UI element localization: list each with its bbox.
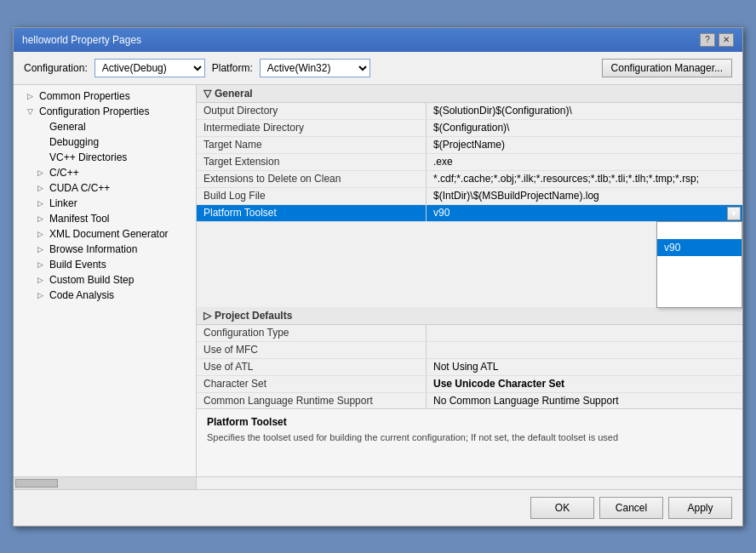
- sidebar-item-label: CUDA C/C++: [49, 182, 110, 194]
- sidebar-item-label: C/C++: [49, 167, 79, 179]
- cancel-button[interactable]: Cancel: [599, 497, 663, 519]
- dialog-title: helloworld Property Pages: [22, 34, 141, 46]
- prop-name: Target Extension: [197, 154, 427, 170]
- expand-arrow: ▽: [27, 107, 39, 116]
- platform-toolset-dropdown: v100 v90 <inherit from parent or project…: [656, 221, 742, 308]
- help-button[interactable]: ?: [700, 33, 715, 47]
- sidebar-item-general[interactable]: General: [14, 119, 196, 134]
- prop-value: .exe: [427, 154, 742, 170]
- title-bar-controls: ? ✕: [700, 33, 734, 47]
- prop-row-use-mfc: Use of MFC: [197, 342, 742, 359]
- prop-row-target-extension: Target Extension .exe: [197, 154, 742, 171]
- expand-arrow: ▷: [37, 245, 49, 254]
- prop-name: Use of MFC: [197, 342, 427, 358]
- property-pages-dialog: helloworld Property Pages ? ✕ Configurat…: [13, 27, 743, 527]
- sidebar-item-code-analysis[interactable]: ▷ Code Analysis: [14, 288, 196, 303]
- title-bar: helloworld Property Pages ? ✕: [14, 28, 742, 52]
- section-title: Project Defaults: [215, 310, 292, 322]
- prop-value: $(SolutionDir)$(Configuration)\: [427, 103, 742, 119]
- prop-row-config-type: Configuration Type: [197, 325, 742, 342]
- platform-select[interactable]: Active(Win32): [260, 59, 370, 77]
- sidebar-item-debugging[interactable]: Debugging: [14, 134, 196, 150]
- prop-value: $(IntDir)\$(MSBuildProjectName).log: [427, 188, 742, 204]
- sidebar-item-browse-information[interactable]: ▷ Browse Information: [14, 242, 196, 257]
- expand-arrow: ▷: [37, 168, 49, 177]
- info-title: Platform Toolset: [207, 416, 732, 428]
- expand-arrow: ▷: [37, 184, 49, 192]
- sidebar-item-label: Debugging: [49, 136, 99, 148]
- prop-name: Output Directory: [197, 103, 427, 119]
- prop-name: Build Log File: [197, 188, 427, 204]
- dropdown-option-v90[interactable]: v90: [657, 239, 742, 256]
- prop-row-extensions-delete: Extensions to Delete on Clean *.cdf;*.ca…: [197, 171, 742, 188]
- section-arrow: ▷: [203, 310, 211, 322]
- prop-value: Use Unicode Character Set: [427, 376, 742, 392]
- prop-name: Character Set: [197, 376, 427, 392]
- configuration-manager-button[interactable]: Configuration Manager...: [602, 59, 732, 77]
- apply-button[interactable]: Apply: [668, 497, 732, 519]
- prop-name: Target Name: [197, 137, 427, 153]
- prop-name: Intermediate Directory: [197, 120, 427, 136]
- prop-name: Common Language Runtime Support: [197, 393, 427, 408]
- prop-row-platform-toolset[interactable]: Platform Toolset v90 ▼ v100 v90 <inherit…: [197, 205, 742, 222]
- expand-arrow: ▷: [27, 92, 39, 100]
- sidebar-item-manifest-tool[interactable]: ▷ Manifest Tool: [14, 211, 196, 226]
- h-scrollbar-thumb[interactable]: [15, 479, 58, 487]
- sidebar-item-build-events[interactable]: ▷ Build Events: [14, 257, 196, 272]
- prop-row-character-set: Character Set Use Unicode Character Set: [197, 376, 742, 393]
- section-header-general: ▽ General: [197, 85, 742, 103]
- sidebar-item-cuda-cpp[interactable]: ▷ CUDA C/C++: [14, 180, 196, 196]
- sidebar-item-label: Browse Information: [49, 243, 137, 255]
- expand-arrow: ▷: [37, 276, 49, 284]
- configuration-select[interactable]: Active(Debug): [94, 59, 205, 77]
- expand-arrow: ▷: [37, 260, 49, 269]
- prop-value: Not Using ATL: [427, 359, 742, 375]
- ok-button[interactable]: OK: [530, 497, 594, 519]
- prop-value: $(ProjectName): [427, 137, 742, 153]
- sidebar-item-label: Manifest Tool: [49, 213, 109, 225]
- sidebar-item-c-cpp[interactable]: ▷ C/C++: [14, 165, 196, 180]
- sidebar-item-xml-doc-generator[interactable]: ▷ XML Document Generator: [14, 226, 196, 242]
- expand-arrow: ▷: [37, 199, 49, 208]
- sidebar-item-vc-directories[interactable]: VC++ Directories: [14, 150, 196, 165]
- section-header-project-defaults: ▷ Project Defaults: [197, 307, 742, 325]
- prop-value: [427, 325, 742, 341]
- sidebar-item-label: Build Events: [49, 259, 106, 271]
- property-table: ▽ General Output Directory $(SolutionDir…: [197, 85, 742, 408]
- sidebar-item-label: Linker: [49, 197, 77, 209]
- prop-row-clr-support: Common Language Runtime Support No Commo…: [197, 393, 742, 408]
- sidebar-item-common-properties[interactable]: ▷ Common Properties: [14, 88, 196, 104]
- main-content: ▷ Common Properties ▽ Configuration Prop…: [14, 85, 742, 476]
- sidebar-item-label: General: [49, 121, 86, 133]
- sidebar-item-label: Configuration Properties: [39, 105, 149, 117]
- prop-row-build-log: Build Log File $(IntDir)\$(MSBuildProjec…: [197, 188, 742, 205]
- right-panel: ▽ General Output Directory $(SolutionDir…: [197, 85, 742, 476]
- sidebar-item-linker[interactable]: ▷ Linker: [14, 196, 196, 211]
- prop-value: $(Configuration)\: [427, 120, 742, 136]
- platform-label: Platform:: [212, 62, 253, 74]
- prop-value: [427, 342, 742, 358]
- prop-name: Platform Toolset: [197, 205, 427, 221]
- prop-row-target-name: Target Name $(ProjectName): [197, 137, 742, 154]
- sidebar-item-custom-build-step[interactable]: ▷ Custom Build Step: [14, 272, 196, 288]
- section-arrow: ▽: [203, 88, 211, 100]
- expand-arrow: ▷: [37, 291, 49, 299]
- sidebar-item-label: Custom Build Step: [49, 274, 134, 286]
- expand-arrow: ▷: [37, 230, 49, 238]
- sidebar-item-label: Common Properties: [39, 90, 130, 102]
- prop-name: Configuration Type: [197, 325, 427, 341]
- close-button[interactable]: ✕: [719, 33, 734, 47]
- platform-toolset-dropdown-arrow[interactable]: ▼: [727, 207, 741, 220]
- section-title: General: [215, 88, 253, 100]
- prop-name: Extensions to Delete on Clean: [197, 171, 427, 187]
- prop-value: *.cdf;*.cache;*.obj;*.ilk;*.resources;*.…: [427, 171, 742, 187]
- config-label: Configuration:: [24, 62, 88, 74]
- dropdown-option-v100[interactable]: v100: [657, 222, 742, 239]
- prop-row-output-directory: Output Directory $(SolutionDir)$(Configu…: [197, 103, 742, 120]
- left-panel: ▷ Common Properties ▽ Configuration Prop…: [14, 85, 197, 476]
- dropdown-option-inherit[interactable]: <inherit from parent or project defaults…: [657, 256, 742, 307]
- info-panel: Platform Toolset Specifies the toolset u…: [197, 408, 742, 476]
- sidebar-item-configuration-properties[interactable]: ▽ Configuration Properties: [14, 104, 196, 119]
- sidebar-item-label: Code Analysis: [49, 289, 114, 301]
- prop-row-intermediate-directory: Intermediate Directory $(Configuration)\: [197, 120, 742, 137]
